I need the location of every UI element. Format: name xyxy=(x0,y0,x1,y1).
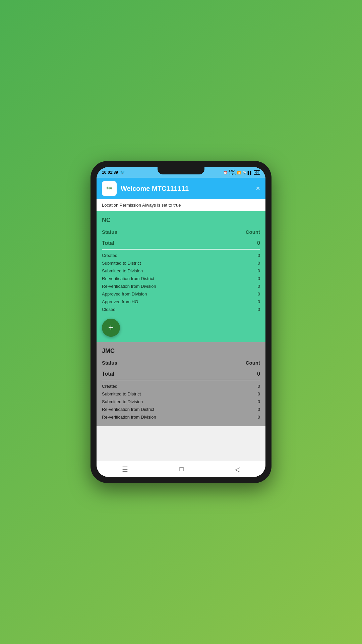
jmc-count-label: Count xyxy=(246,360,260,366)
back-icon[interactable]: ◁ xyxy=(235,465,240,473)
nc-row-count-0: 0 xyxy=(258,253,260,258)
jmc-total-label: Total xyxy=(102,371,114,377)
jmc-title: JMC xyxy=(102,347,260,355)
nc-status-label: Status xyxy=(102,229,117,235)
speed-indicator: 3.00KB/S xyxy=(229,169,236,176)
status-time: 10:01:39 xyxy=(102,170,118,175)
jmc-row-label-1: Submitted to District xyxy=(102,391,141,396)
jmc-row-label-4: Re-verification from Division xyxy=(102,415,156,420)
nc-row-label-7: Closed xyxy=(102,307,115,312)
nc-row-count-7: 0 xyxy=(258,307,260,312)
jmc-row-1[interactable]: Submitted to District 0 xyxy=(102,390,260,398)
nc-row-label-3: Re-verification from District xyxy=(102,276,154,281)
main-content: NC Status Count Total 0 Created 0 Submit… xyxy=(97,211,265,461)
nc-section: NC Status Count Total 0 Created 0 Submit… xyxy=(97,211,265,342)
nc-row-count-2: 0 xyxy=(258,268,260,273)
nc-row-1[interactable]: Submitted to District 0 xyxy=(102,259,260,267)
nc-row-count-3: 0 xyxy=(258,276,260,281)
nc-total-count: 0 xyxy=(257,240,260,246)
phone-screen: 10:01:39 🐦 ⏰ 3.00KB/S 📶 📡 ▌▌ 44 मेधज Wel… xyxy=(97,167,265,477)
jmc-row-count-4: 0 xyxy=(258,415,260,420)
nc-row-3[interactable]: Re-verification from District 0 xyxy=(102,275,260,282)
close-button[interactable]: × xyxy=(256,185,260,192)
signal-icon: 📡 xyxy=(242,171,246,174)
jmc-total-row: Total 0 xyxy=(102,368,260,380)
wifi-icon: 📶 xyxy=(237,171,241,174)
logo-text: मेधज xyxy=(107,187,112,191)
nc-row-count-6: 0 xyxy=(258,299,260,304)
nc-row-5[interactable]: Approved from Division 0 xyxy=(102,290,260,298)
jmc-row-count-0: 0 xyxy=(258,384,260,389)
nc-count-label: Count xyxy=(246,229,260,235)
status-time-area: 10:01:39 🐦 xyxy=(102,170,125,175)
nc-row-count-4: 0 xyxy=(258,284,260,289)
nc-row-label-0: Created xyxy=(102,253,117,258)
jmc-rows: Created 0 Submitted to District 0 Submit… xyxy=(102,382,260,421)
jmc-table-header: Status Count xyxy=(102,359,260,367)
nc-row-7[interactable]: Closed 0 xyxy=(102,306,260,313)
nc-rows: Created 0 Submitted to District 0 Submit… xyxy=(102,252,260,313)
menu-icon[interactable]: ☰ xyxy=(122,465,128,473)
jmc-row-0[interactable]: Created 0 xyxy=(102,382,260,390)
nc-row-count-1: 0 xyxy=(258,261,260,266)
nc-row-label-1: Submitted to District xyxy=(102,261,141,266)
location-text: Location Permission Always is set to tru… xyxy=(102,203,181,208)
jmc-row-3[interactable]: Re-verification from District 0 xyxy=(102,406,260,413)
twitter-icon: 🐦 xyxy=(120,170,125,175)
alarm-icon: ⏰ xyxy=(223,171,227,174)
nc-table-header: Status Count xyxy=(102,228,260,236)
nc-total-row: Total 0 xyxy=(102,237,260,250)
nc-row-2[interactable]: Submitted to Division 0 xyxy=(102,267,260,275)
battery-icon: 44 xyxy=(254,170,260,175)
jmc-section: JMC Status Count Total 0 Created 0 Submi… xyxy=(97,342,265,426)
jmc-total-count: 0 xyxy=(257,371,260,377)
nc-row-0[interactable]: Created 0 xyxy=(102,252,260,259)
jmc-row-label-0: Created xyxy=(102,384,117,389)
nc-row-4[interactable]: Re-verification from Division 0 xyxy=(102,282,260,290)
jmc-row-count-3: 0 xyxy=(258,407,260,412)
jmc-row-count-2: 0 xyxy=(258,399,260,404)
app-title: Welcome MTC111111 xyxy=(121,185,252,193)
app-logo: मेधज xyxy=(102,181,117,196)
app-header: मेधज Welcome MTC111111 × xyxy=(97,178,265,199)
nc-total-label: Total xyxy=(102,240,114,246)
nc-row-label-5: Approved from Division xyxy=(102,291,147,297)
phone-notch xyxy=(158,167,204,174)
nc-row-label-2: Submitted to Division xyxy=(102,268,143,273)
jmc-row-2[interactable]: Submitted to Division 0 xyxy=(102,398,260,406)
nc-add-button[interactable]: + xyxy=(102,319,120,337)
jmc-row-label-2: Submitted to Division xyxy=(102,399,143,404)
status-icons: ⏰ 3.00KB/S 📶 📡 ▌▌ 44 xyxy=(223,169,260,176)
phone-frame: 10:01:39 🐦 ⏰ 3.00KB/S 📶 📡 ▌▌ 44 मेधज Wel… xyxy=(90,161,272,483)
jmc-row-count-1: 0 xyxy=(258,391,260,396)
nc-row-label-4: Re-verification from Division xyxy=(102,284,156,289)
home-icon[interactable]: □ xyxy=(179,465,183,473)
network-bars: ▌▌ xyxy=(248,171,252,174)
jmc-status-label: Status xyxy=(102,360,117,366)
nc-row-6[interactable]: Approved from HO 0 xyxy=(102,298,260,306)
jmc-row-label-3: Re-verification from District xyxy=(102,407,154,412)
nc-row-label-6: Approved from HO xyxy=(102,299,138,304)
nc-row-count-5: 0 xyxy=(258,291,260,297)
location-banner: Location Permission Always is set to tru… xyxy=(97,199,265,211)
nav-bar: ☰ □ ◁ xyxy=(97,461,265,477)
nc-title: NC xyxy=(102,217,260,224)
jmc-row-4[interactable]: Re-verification from Division 0 xyxy=(102,413,260,421)
